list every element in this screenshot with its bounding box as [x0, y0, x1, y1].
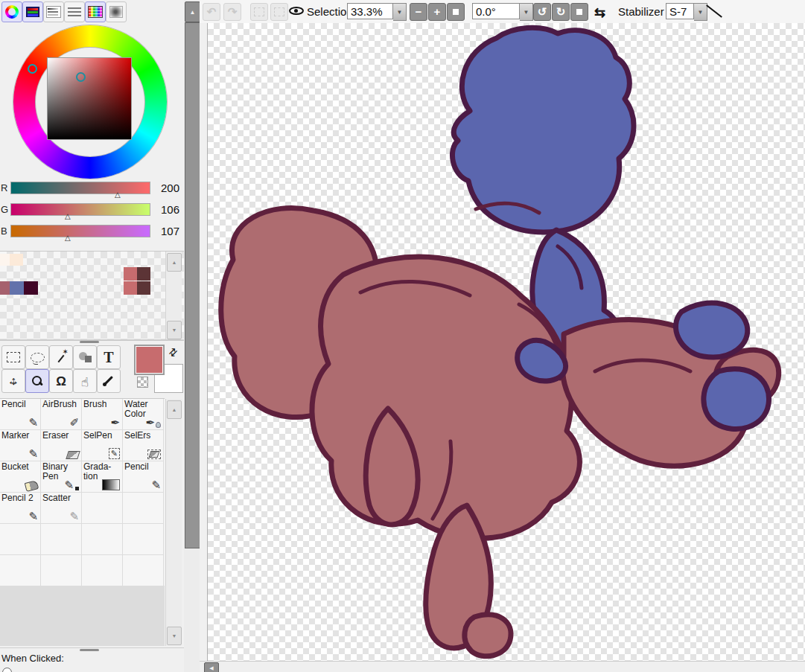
undo-button[interactable]: ↶ [203, 3, 220, 21]
zoom-combo[interactable]: 33.3% ▼ [347, 3, 407, 19]
brush-tool-bucket[interactable]: Bucket [0, 461, 41, 493]
brush-tool-pencil[interactable]: Pencil✎ [123, 461, 164, 493]
palette-swatch[interactable] [0, 254, 10, 266]
zoom-out-button[interactable]: − [410, 3, 427, 21]
magic-wand-tool[interactable] [49, 345, 73, 369]
palette-grid-button[interactable] [85, 1, 106, 22]
foreground-color-chip[interactable] [134, 345, 165, 375]
slider-marker[interactable]: △ [65, 234, 71, 242]
rgb-sliders-button[interactable] [22, 1, 43, 22]
flip-horizontal-icon[interactable]: ⇆ [594, 4, 605, 21]
brush-tool-marker[interactable]: Marker✎ [0, 430, 41, 461]
rgb-slider-b[interactable]: B△107 [0, 224, 184, 243]
rect-select-tool[interactable] [1, 345, 25, 369]
canvas-toolbar: ↶ ↷ Selection 33.3% ▼ − + 0.0° ▼ ↺ ↻ ⇆ S… [200, 0, 805, 24]
brush-grid-scrollbar[interactable]: ▲ ▼ [165, 399, 182, 646]
palette-swatch[interactable] [0, 281, 10, 295]
scroll-down-icon[interactable]: ▼ [167, 627, 182, 645]
rotate-reset-button[interactable] [570, 3, 588, 21]
rotate-cw-button[interactable]: ↻ [552, 3, 570, 21]
slider-track[interactable] [10, 182, 150, 194]
palette-swatch[interactable] [124, 267, 137, 281]
scroll-up-icon[interactable]: ▲ [185, 1, 200, 22]
palette-swatch[interactable] [137, 267, 150, 281]
palette-swatch[interactable] [10, 254, 23, 266]
angle-value[interactable]: 0.0° [472, 3, 520, 19]
color-wheel[interactable] [0, 23, 184, 177]
brush-tool-binary-pen[interactable]: Binary Pen✎ [41, 461, 82, 493]
slider-track[interactable] [10, 225, 150, 237]
brush-tool-water-color[interactable]: Water Color✒ [123, 399, 164, 430]
brush-tool-airbrush[interactable]: AirBrush✐ [41, 399, 82, 430]
stabilizer-combo[interactable]: S-7 ▼ [666, 3, 707, 19]
brush-tool-label: Scatter [42, 493, 80, 503]
scroll-left-icon[interactable]: ◀ [204, 662, 219, 672]
scroll-down-icon[interactable]: ▼ [167, 321, 182, 339]
brush-tool-pencil-2[interactable]: Pencil 2✎ [0, 493, 41, 524]
zoom-reset-button[interactable] [447, 3, 465, 21]
slider-marker[interactable]: △ [115, 191, 121, 199]
scatter-icon: ✎ [69, 511, 79, 522]
saturation-value-square[interactable] [47, 57, 132, 140]
canvas-viewport[interactable] [207, 23, 805, 661]
brush-tool-eraser[interactable]: Eraser [41, 430, 82, 461]
hue-cursor[interactable] [28, 64, 37, 74]
transform-selection-button[interactable] [250, 3, 268, 21]
lasso-tool[interactable] [25, 345, 49, 369]
watercolor-icon: ✒ [145, 417, 161, 428]
eyedropper-tool[interactable] [97, 369, 121, 393]
brush-cell-empty [0, 555, 41, 586]
text-tool-icon: T [104, 350, 113, 365]
brush-tool-pencil[interactable]: Pencil✎ [0, 399, 41, 430]
brush-tool-selpen[interactable]: SelPen✎ [82, 430, 123, 461]
slider-label: G [1, 204, 8, 215]
color-mixer-button[interactable] [106, 1, 127, 22]
grayscale-sliders-button[interactable] [43, 1, 64, 22]
zoom-tool[interactable] [25, 369, 49, 393]
text-tool[interactable]: T [97, 345, 121, 369]
brush-tool-grada-tion[interactable]: Grada-tion [82, 461, 123, 493]
sv-cursor[interactable] [76, 72, 86, 82]
brush-tool-selers[interactable]: SelErs [123, 430, 164, 461]
rgb-slider-r[interactable]: R△200 [0, 181, 184, 200]
slider-marker[interactable]: △ [65, 213, 71, 220]
brush-tool-scatter[interactable]: Scatter✎ [41, 493, 82, 524]
splitter-grip[interactable] [80, 649, 99, 651]
palette-swatch[interactable] [124, 281, 137, 295]
transparent-color-button[interactable] [137, 377, 148, 388]
move-tool[interactable]: ↔↕ [1, 369, 25, 393]
scroll-up-icon[interactable]: ▲ [167, 253, 182, 272]
value-list-button[interactable] [64, 1, 85, 22]
zoom-value[interactable]: 33.3% [347, 3, 393, 19]
swatch-palette[interactable]: ▲ ▼ [0, 251, 184, 341]
palette-swatch[interactable] [10, 281, 24, 295]
brush-tool-brush[interactable]: Brush✒ [82, 399, 123, 430]
angle-combo[interactable]: 0.0° ▼ [472, 3, 533, 19]
selection-visibility-eye-icon[interactable] [289, 7, 305, 16]
chevron-down-icon[interactable]: ▼ [520, 3, 533, 21]
gradation-icon [102, 479, 120, 490]
hue-wheel-button[interactable] [1, 1, 22, 22]
radio-button-partial[interactable] [2, 668, 12, 672]
brush-tool-label: Marker [1, 431, 39, 441]
palette-swatch[interactable] [24, 281, 38, 295]
shape-select-tool[interactable] [73, 345, 97, 369]
chevron-down-icon[interactable]: ▼ [393, 3, 407, 21]
stroke-preview-icon[interactable] [703, 4, 724, 19]
rgb-slider-g[interactable]: G△106 [0, 202, 184, 222]
scrollbar-thumb[interactable] [185, 22, 200, 548]
redo-button[interactable]: ↷ [223, 3, 241, 21]
scroll-up-icon[interactable]: ▲ [167, 400, 182, 419]
zoom-in-button[interactable]: + [428, 3, 446, 21]
rotate-ccw-button[interactable]: ↺ [533, 3, 551, 21]
hand-tool[interactable]: ☟ [73, 369, 97, 393]
panel-splitter[interactable] [0, 647, 184, 652]
rotate-view-tool[interactable]: Ω [49, 369, 73, 393]
move-selection-button[interactable] [270, 3, 288, 21]
slider-track[interactable] [10, 203, 150, 216]
palette-scrollbar[interactable]: ▲ ▼ [165, 252, 182, 340]
canvas-horizontal-scrollbar[interactable]: ◀ [200, 661, 805, 672]
palette-swatch[interactable] [137, 281, 150, 295]
canvas-vertical-scrollbar[interactable]: ▲ [184, 0, 200, 672]
stabilizer-value[interactable]: S-7 [666, 3, 694, 19]
